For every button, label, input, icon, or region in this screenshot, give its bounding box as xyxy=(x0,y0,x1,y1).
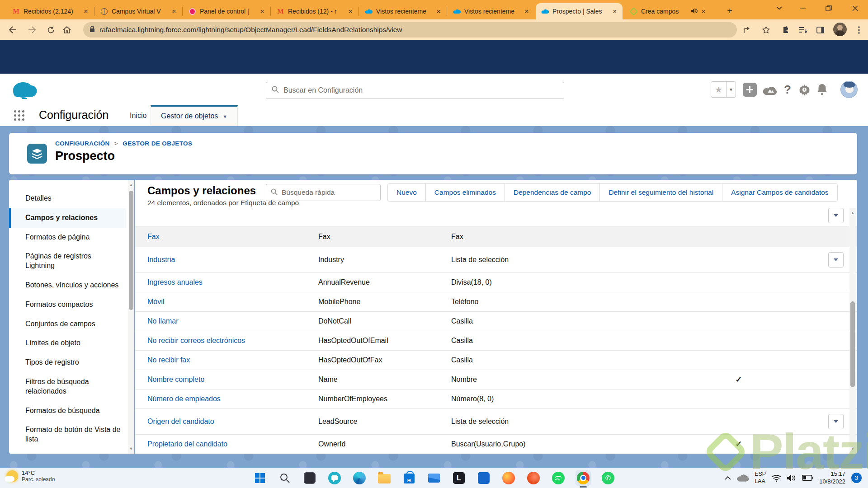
table-row-propietario-del-candidato[interactable]: Propietario del candidato OwnerId Buscar… xyxy=(135,434,857,454)
browser-tab[interactable]: Campus Virtual V ✕ xyxy=(95,3,182,19)
notification-count-badge[interactable]: 3 xyxy=(851,473,862,483)
field-label-link[interactable]: Móvil xyxy=(147,298,318,306)
help-icon[interactable]: ? xyxy=(784,83,791,97)
tray-expand-icon[interactable] xyxy=(725,476,731,480)
orange-browser-1-icon[interactable] xyxy=(501,470,516,486)
browser-tab-active[interactable]: Prospecto | Sales ✕ xyxy=(536,3,623,19)
deleted-fields-button[interactable]: Campos eliminados xyxy=(425,183,505,202)
field-label-link[interactable]: Origen del candidato xyxy=(147,418,318,426)
table-row-nombre-completo[interactable]: Nombre completo Name Nombre ✓ xyxy=(135,370,857,389)
spotify-icon[interactable] xyxy=(551,470,566,486)
sidebar-item-formatos-de-busqueda[interactable]: Formatos de búsqueda xyxy=(9,401,126,421)
quick-search-input[interactable] xyxy=(282,188,376,197)
sidebar-item-conjuntos-de-campos[interactable]: Conjuntos de campos xyxy=(9,314,126,334)
window-minimize-button[interactable] xyxy=(792,0,813,16)
quick-search-box[interactable] xyxy=(266,184,381,201)
breadcrumb-configuracion[interactable]: CONFIGURACIÓN xyxy=(55,140,110,147)
volume-icon[interactable] xyxy=(787,474,796,482)
home-icon[interactable] xyxy=(60,23,74,37)
windows-start-icon[interactable] xyxy=(252,470,268,486)
set-history-tracking-button[interactable]: Definir el seguimiento del historial xyxy=(599,183,722,202)
tab-search-chevron-icon[interactable] xyxy=(769,0,789,16)
sidebar-item-formato-boton-vista-lista[interactable]: Formato de botón de Vista de lista xyxy=(9,420,126,449)
field-label-link[interactable]: Ingresos anuales xyxy=(147,278,318,286)
table-row-no-llamar[interactable]: No llamar DoNotCall Casilla xyxy=(135,311,857,331)
favorites-star-icon[interactable]: ★ xyxy=(711,82,726,97)
field-label-link[interactable]: Industria xyxy=(147,256,318,264)
table-row-no-recibir-fax[interactable]: No recibir fax HasOptedOutOfFax Casilla xyxy=(135,350,857,370)
table-row-movil[interactable]: Móvil MobilePhone Teléfono xyxy=(135,292,857,311)
field-label-link[interactable]: No recibir fax xyxy=(147,356,318,364)
bookmark-star-icon[interactable] xyxy=(759,23,773,37)
outlook-mail-icon[interactable] xyxy=(426,470,442,486)
side-panel-icon[interactable] xyxy=(813,23,827,37)
forward-icon[interactable] xyxy=(25,23,39,37)
setup-gear-icon[interactable] xyxy=(798,84,811,96)
reading-list-icon[interactable] xyxy=(796,23,810,37)
microsoft-store-icon[interactable]: ⊞ xyxy=(401,470,417,486)
browser-tab[interactable]: Vistos recienteme ✕ xyxy=(448,3,534,19)
tab-object-manager[interactable]: Gestor de objetos▼ xyxy=(151,105,238,126)
sidebar-scrollbar[interactable]: ▲ ▼ xyxy=(128,180,134,454)
sidebar-item-filtros-busqueda-relacionados[interactable]: Filtros de búsqueda relacionados xyxy=(9,372,126,401)
share-icon[interactable] xyxy=(741,23,755,37)
tab-audio-icon[interactable] xyxy=(691,8,698,15)
field-label-link[interactable]: Propietario del candidato xyxy=(147,440,318,448)
onedrive-cloud-icon[interactable] xyxy=(737,474,749,482)
field-label-link[interactable]: No recibir correos electrónicos xyxy=(147,337,318,345)
taskbar-search-icon[interactable] xyxy=(277,470,292,486)
app-launcher-icon[interactable] xyxy=(14,110,25,121)
sidebar-item-limites-de-objeto[interactable]: Límites de objeto xyxy=(9,333,126,353)
table-row-industria[interactable]: Industria Industry Lista de selección xyxy=(135,247,857,272)
field-dependencies-button[interactable]: Dependencias de campo xyxy=(505,183,600,202)
sidebar-item-detalles[interactable]: Detalles xyxy=(9,189,126,208)
quick-create-icon[interactable] xyxy=(743,83,757,97)
tab-close-icon[interactable]: ✕ xyxy=(346,7,354,15)
chrome-icon[interactable] xyxy=(576,470,591,486)
language-indicator[interactable]: ESP LAA xyxy=(755,471,766,485)
orange-browser-2-icon[interactable] xyxy=(526,470,541,486)
extensions-puzzle-icon[interactable] xyxy=(778,23,793,37)
browser-tab[interactable]: Crea campos ✕ xyxy=(624,3,711,19)
tab-close-icon[interactable]: ✕ xyxy=(611,7,619,15)
window-restore-button[interactable] xyxy=(818,0,839,16)
browser-tab[interactable]: Panel de control | ✕ xyxy=(183,3,270,19)
breadcrumb-gestor-objetos[interactable]: GESTOR DE OBJETOS xyxy=(123,140,192,147)
field-label-link[interactable]: Fax xyxy=(147,233,318,241)
sidebar-item-formatos-de-pagina[interactable]: Formatos de página xyxy=(9,228,126,247)
tab-close-icon[interactable]: ✕ xyxy=(258,7,266,15)
chat-teams-icon[interactable] xyxy=(327,470,342,486)
tab-close-icon[interactable]: ✕ xyxy=(434,7,443,15)
field-label-link[interactable]: No llamar xyxy=(147,317,318,325)
row-actions-menu-button-clipped[interactable] xyxy=(828,208,844,223)
browser-menu-icon[interactable] xyxy=(852,23,866,37)
user-avatar[interactable] xyxy=(840,81,858,98)
notifications-bell-icon[interactable] xyxy=(816,83,828,95)
tab-close-icon[interactable]: ✕ xyxy=(699,7,708,15)
wifi-icon[interactable] xyxy=(772,474,781,482)
battery-icon[interactable] xyxy=(802,475,813,481)
new-field-button[interactable]: Nuevo xyxy=(387,183,426,202)
table-scrollbar[interactable]: ▲ ▼ xyxy=(849,208,856,454)
sidebar-item-paginas-registros-lightning[interactable]: Páginas de registros Lightning xyxy=(9,247,126,276)
favorites-dropdown-icon[interactable]: ▼ xyxy=(726,82,736,97)
table-row-numero-de-empleados[interactable]: Número de empleados NumberOfEmployees Nú… xyxy=(135,389,857,408)
browser-tab[interactable]: Vistos recienteme ✕ xyxy=(359,3,446,19)
browser-tab[interactable]: M Recibidos (2.124) ✕ xyxy=(7,3,94,19)
blue-app-icon[interactable] xyxy=(476,470,491,486)
edge-icon[interactable] xyxy=(352,470,367,486)
back-icon[interactable] xyxy=(5,23,20,37)
reload-icon[interactable] xyxy=(43,23,58,37)
field-label-link[interactable]: Número de empleados xyxy=(147,395,318,403)
tab-close-icon[interactable]: ✕ xyxy=(82,7,90,15)
map-lead-fields-button[interactable]: Asignar Campos de candidatos xyxy=(722,183,837,202)
browser-tab[interactable]: M Recibidos (12) - r ✕ xyxy=(271,3,358,19)
window-close-button[interactable] xyxy=(844,0,865,16)
setup-search-box[interactable] xyxy=(266,82,564,99)
whatsapp-icon[interactable]: ✆ xyxy=(600,470,616,486)
linkedin-icon[interactable]: L xyxy=(451,470,467,486)
sidebar-item-tipos-de-registro[interactable]: Tipos de registro xyxy=(9,353,126,372)
sidebar-item-botones-vinculos-acciones[interactable]: Botones, vínculos y acciones xyxy=(9,276,126,295)
field-label-link[interactable]: Nombre completo xyxy=(147,375,318,384)
setup-search-input[interactable] xyxy=(283,86,558,94)
